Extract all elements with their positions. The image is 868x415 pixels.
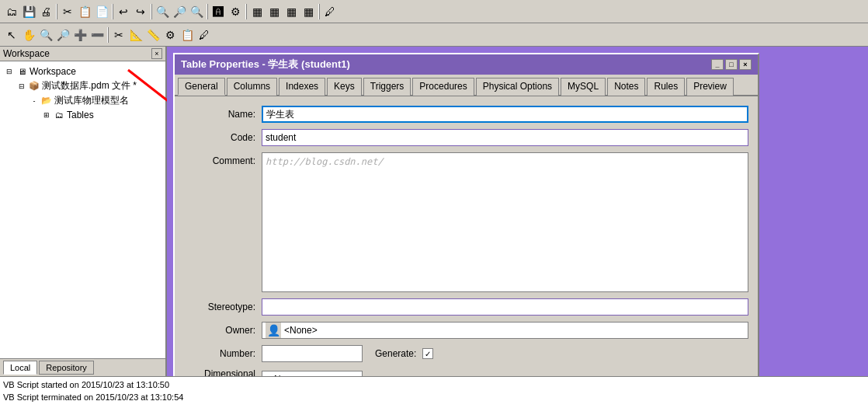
toolbar-btn-a1[interactable]: ▦	[248, 3, 266, 20]
toolbar-btn-gear[interactable]: ⚙	[161, 26, 179, 44]
toolbar-row-2: ↖ ✋ 🔍 🔎 ➕ ➖ ✂ 📐 📏 ⚙ 📋 🖊	[0, 23, 868, 47]
tab-triggers[interactable]: Triggers	[363, 78, 411, 96]
toolbar-btn-font[interactable]: 🅰	[210, 3, 227, 20]
toolbar-btn-undo[interactable]: ↩	[115, 3, 132, 20]
workspace-icon: 🖥	[16, 65, 28, 78]
dialog-close-btn[interactable]: ×	[739, 59, 752, 70]
number-input[interactable]	[262, 345, 363, 362]
left-panel-titlebar: Workspace ×	[0, 47, 165, 61]
toolbar-btn-paste[interactable]: 📄	[93, 3, 110, 20]
toolbar-btn-settings[interactable]: ⚙	[227, 3, 244, 20]
form-row-number: Number: Generate: ✓	[184, 345, 748, 362]
tree-item-pdm[interactable]: ⊟ 📦 测试数据库.pdm 文件 *	[16, 78, 162, 93]
tree-indent-2: - 📂 测试库物理模型名 ⊞ 🗂 Tables	[16, 93, 162, 122]
toolbar-btn-zoom-out[interactable]: 🔎	[171, 3, 188, 20]
form-row-comment: Comment: http://blog.csdn.net/	[184, 152, 748, 292]
toolbar-btn-zoom-in[interactable]: 🔍	[154, 3, 171, 20]
comment-textarea[interactable]: http://blog.csdn.net/	[262, 152, 748, 292]
left-panel-title: Workspace	[3, 48, 50, 59]
left-panel-close-btn[interactable]: ×	[151, 48, 162, 59]
toolbar-btn-a2[interactable]: ▦	[266, 3, 283, 20]
toolbar-btn-a4[interactable]: ▦	[300, 3, 317, 20]
dialog-maximize-btn[interactable]: □	[725, 59, 738, 70]
form-row-code: Code:	[184, 129, 748, 146]
tree-indent-1: ⊟ 📦 测试数据库.pdm 文件 * - 📂 测试库物理模型名 ⊞	[3, 78, 162, 122]
dialog-content: Name: Code: Comment: http://blog.csdn.ne…	[175, 96, 758, 376]
tab-notes[interactable]: Notes	[607, 78, 645, 96]
code-input[interactable]	[262, 129, 748, 146]
dialog-minimize-btn[interactable]: _	[711, 59, 724, 70]
toolbar-btn-c3[interactable]: 📏	[144, 26, 161, 44]
tree-item-tables[interactable]: ⊞ 🗂 Tables	[40, 108, 162, 122]
tree-area: ⊟ 🖥 Workspace ⊟ 📦 测试数据库.pdm 文件 * - 📂	[0, 61, 165, 358]
toolbar-btn-cut[interactable]: ✂	[59, 3, 76, 20]
comment-label: Comment:	[184, 152, 262, 166]
toolbar-sep-6	[318, 4, 320, 19]
tab-rules[interactable]: Rules	[647, 78, 685, 96]
name-input[interactable]	[262, 106, 748, 123]
generate-checkbox[interactable]: ✓	[422, 348, 433, 359]
toolbar-btn-cursor[interactable]: ↖	[3, 26, 20, 44]
toolbar-btn-c2[interactable]: 📐	[127, 26, 144, 44]
toolbar-btn-a3[interactable]: ▦	[283, 3, 300, 20]
expand-icon-pdm: ⊟	[16, 80, 28, 92]
tab-local[interactable]: Local	[3, 361, 37, 375]
stereotype-input[interactable]	[262, 298, 748, 316]
tab-keys[interactable]: Keys	[327, 78, 362, 96]
main-area: Table Properties - 学生表 (student1) _ □ × …	[167, 47, 868, 376]
toolbar-btn-redo[interactable]: ↪	[132, 3, 149, 20]
toolbar-btn-c4[interactable]: 📋	[179, 26, 196, 44]
dimensional-select[interactable]: <None>	[262, 371, 363, 376]
toolbar-btn-copy[interactable]: 📋	[76, 3, 93, 20]
tables-icon: 🗂	[53, 109, 65, 121]
toolbar-btn-zoom-out2[interactable]: 🔎	[54, 26, 71, 44]
toolbar-btn-print[interactable]: 🖨	[37, 3, 54, 20]
tree-item-workspace[interactable]: ⊟ 🖥 Workspace	[3, 65, 162, 78]
tab-mysql[interactable]: MySQL	[561, 78, 606, 96]
toolbar-btn-c1[interactable]: ✂	[110, 26, 127, 44]
owner-field[interactable]: 👤 <None>	[262, 322, 748, 339]
pdm-icon: 📦	[28, 80, 40, 92]
model-label: 测试库物理模型名	[54, 94, 129, 107]
toolbar-sep-1	[56, 4, 57, 19]
tab-indexes[interactable]: Indexes	[279, 78, 325, 96]
toolbar-btn-zoom-in2[interactable]: 🔍	[37, 26, 54, 44]
toolbar-btn-open[interactable]: 🗂	[3, 3, 20, 20]
owner-label: Owner:	[184, 325, 262, 336]
left-panel-tabs: Local Repository	[0, 358, 165, 376]
tab-bar: General Columns Indexes Keys Triggers Pr…	[175, 75, 758, 96]
dialog-title: Table Properties - 学生表 (student1)	[181, 58, 350, 71]
dialog: Table Properties - 学生表 (student1) _ □ × …	[173, 53, 759, 376]
toolbar-sep-5	[245, 4, 247, 19]
tab-procedures[interactable]: Procedures	[412, 78, 474, 96]
toolbar-btn-plus[interactable]: ➕	[71, 26, 89, 44]
tree-indent-3: ⊞ 🗂 Tables	[28, 108, 162, 122]
toolbar-btn-hand[interactable]: ✋	[20, 26, 37, 44]
toolbar-sep-4	[207, 4, 208, 19]
tab-repository[interactable]: Repository	[39, 361, 94, 375]
owner-value: <None>	[284, 325, 318, 336]
tab-preview[interactable]: Preview	[686, 78, 734, 96]
toolbar-sep-3	[151, 4, 152, 19]
status-bar: VB Script started on 2015/10/23 at 13:10…	[0, 376, 868, 415]
toolbar-btn-find[interactable]: 🔍	[188, 3, 205, 20]
owner-icon: 👤	[266, 323, 281, 338]
content-area: Workspace × ⊟ 🖥 Workspace ⊟ 📦 测试数据库.pdm …	[0, 47, 868, 376]
tab-physical-options[interactable]: Physical Options	[476, 78, 559, 96]
toolbar-btn-pen[interactable]: 🖊	[196, 26, 213, 44]
tab-columns[interactable]: Columns	[227, 78, 277, 96]
tab-general[interactable]: General	[178, 78, 225, 96]
toolbar-btn-b1[interactable]: 🖊	[321, 3, 339, 20]
generate-row: Generate: ✓	[375, 348, 433, 359]
toolbar-btn-minus[interactable]: ➖	[89, 26, 106, 44]
model-icon: 📂	[40, 95, 53, 107]
tree-item-model[interactable]: - 📂 测试库物理模型名	[28, 93, 162, 108]
dialog-titlebar-buttons: _ □ ×	[711, 59, 752, 70]
toolbar-sep-2	[112, 4, 113, 19]
toolbar-btn-save[interactable]: 💾	[20, 3, 37, 20]
status-line-1: VB Script started on 2015/10/23 at 13:10…	[3, 378, 865, 391]
status-line-2: VB Script terminated on 2015/10/23 at 13…	[3, 391, 865, 403]
expand-icon-workspace: ⊟	[3, 65, 16, 78]
form-row-stereotype: Stereotype:	[184, 298, 748, 316]
workspace-label: Workspace	[30, 66, 76, 77]
